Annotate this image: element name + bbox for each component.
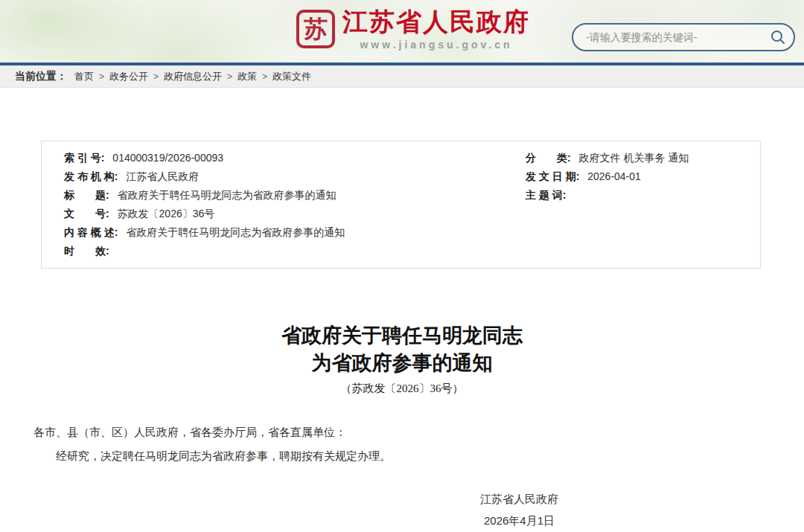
- breadcrumb-item-policy-files[interactable]: 政策文件: [272, 70, 311, 83]
- meta-row-issue-date: 发 文 日 期: 2026-04-01: [526, 167, 760, 186]
- document-title: 省政府关于聘任马明龙同志 为省政府参事的通知: [0, 322, 804, 377]
- meta-value: 2026-04-01: [587, 170, 641, 182]
- breadcrumb-separator: >: [99, 71, 104, 82]
- breadcrumb-separator: >: [227, 71, 232, 82]
- document-date: 2026年4月1日: [480, 510, 558, 531]
- meta-label: 主 题 词:: [526, 189, 566, 201]
- breadcrumb-item-home[interactable]: 首页: [74, 70, 94, 83]
- document-body: 各市、县（市、区）人民政府，省各委办厅局，省各直属单位： 经研究，决定聘任马明龙…: [0, 423, 804, 466]
- meta-column-left: 索 引 号: 014000319/2026-00093 发 布 机 构: 江苏省…: [64, 149, 526, 260]
- site-logo-link[interactable]: 苏 江苏省人民政府 www.jiangsu.gov.cn: [296, 7, 530, 51]
- document-signer: 江苏省人民政府: [480, 488, 558, 510]
- meta-value: 省政府关于聘任马明龙同志为省政府参事的通知: [126, 226, 345, 238]
- search-input[interactable]: [573, 25, 762, 50]
- meta-row-validity: 时 效:: [64, 242, 526, 260]
- meta-row-subject-words: 主 题 词:: [526, 186, 760, 205]
- meta-label: 时 效:: [64, 245, 109, 257]
- meta-row-issuing-agency: 发 布 机 构: 江苏省人民政府: [64, 167, 526, 186]
- meta-row-summary: 内 容 概 述: 省政府关于聘任马明龙同志为省政府参事的通知: [64, 223, 526, 242]
- government-seal-icon: 苏: [296, 10, 335, 48]
- document-title-line1: 省政府关于聘任马明龙同志: [0, 322, 804, 350]
- brand-text: 江苏省人民政府 www.jiangsu.gov.cn: [342, 7, 530, 51]
- meta-value: 省政府关于聘任马明龙同志为省政府参事的通知: [118, 189, 336, 201]
- breadcrumb-separator: >: [153, 71, 159, 82]
- breadcrumb-separator: >: [262, 71, 267, 82]
- meta-value: 江苏省人民政府: [126, 170, 199, 182]
- document-title-line2: 为省政府参事的通知: [0, 350, 804, 377]
- breadcrumb-label: 当前位置：: [15, 70, 67, 83]
- meta-label: 标 题:: [64, 189, 109, 201]
- site-url: www.jiangsu.gov.cn: [360, 39, 512, 51]
- meta-label: 索 引 号:: [64, 152, 104, 164]
- meta-value: 014000319/2026-00093: [112, 152, 223, 164]
- meta-label: 分 类:: [526, 152, 571, 164]
- meta-column-right: 分 类: 政府文件 机关事务 通知 发 文 日 期: 2026-04-01 主 …: [526, 149, 760, 260]
- meta-value: 苏政发〔2026〕36号: [118, 208, 215, 219]
- meta-row-title: 标 题: 省政府关于聘任马明龙同志为省政府参事的通知: [64, 186, 526, 205]
- meta-label: 内 容 概 述:: [64, 226, 118, 238]
- document-paragraph: 经研究，决定聘任马明龙同志为省政府参事，聘期按有关规定办理。: [34, 446, 770, 466]
- breadcrumb-item-gov-info[interactable]: 政府信息公开: [164, 70, 222, 83]
- search-icon: [770, 29, 786, 45]
- document-number: （苏政发〔2026〕36号）: [0, 382, 804, 396]
- site-name: 江苏省人民政府: [342, 7, 530, 36]
- breadcrumb: 当前位置： 首页 > 政务公开 > 政府信息公开 > 政策 > 政策文件: [0, 65, 804, 88]
- breadcrumb-item-policy[interactable]: 政策: [237, 70, 257, 83]
- search-box: [572, 23, 795, 51]
- meta-row-category: 分 类: 政府文件 机关事务 通知: [526, 149, 760, 167]
- document-signature-block: 江苏省人民政府 2026年4月1日: [480, 488, 558, 531]
- site-header: 苏 江苏省人民政府 www.jiangsu.gov.cn: [0, 0, 804, 65]
- meta-value: 政府文件 机关事务 通知: [579, 152, 689, 164]
- breadcrumb-item-open-gov[interactable]: 政务公开: [109, 70, 148, 83]
- meta-label: 发 文 日 期:: [526, 170, 579, 182]
- meta-label: 文 号:: [64, 208, 109, 219]
- meta-label: 发 布 机 构:: [64, 170, 118, 182]
- document-salutation: 各市、县（市、区）人民政府，省各委办厅局，省各直属单位：: [34, 423, 770, 442]
- search-button[interactable]: [762, 25, 794, 50]
- meta-row-doc-number: 文 号: 苏政发〔2026〕36号: [64, 205, 526, 223]
- meta-row-index-number: 索 引 号: 014000319/2026-00093: [64, 149, 526, 167]
- seal-glyph: 苏: [304, 17, 328, 41]
- document-meta-box: 索 引 号: 014000319/2026-00093 发 布 机 构: 江苏省…: [41, 141, 761, 269]
- page: 苏 江苏省人民政府 www.jiangsu.gov.cn 当前位置： 首页 >: [0, 0, 804, 532]
